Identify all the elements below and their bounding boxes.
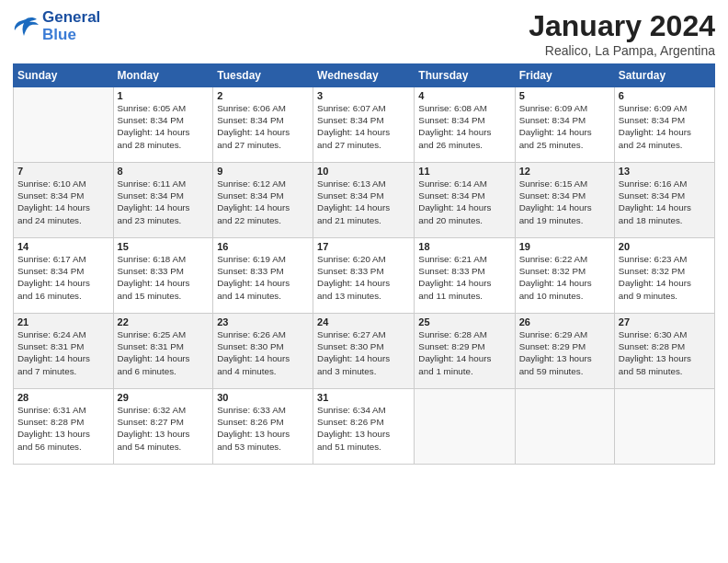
calendar-cell: 23Sunrise: 6:26 AM Sunset: 8:30 PM Dayli…	[213, 314, 313, 389]
weekday-header: Wednesday	[313, 64, 415, 87]
day-number: 19	[519, 241, 610, 252]
calendar: SundayMondayTuesdayWednesdayThursdayFrid…	[13, 63, 715, 465]
calendar-cell: 2Sunrise: 6:06 AM Sunset: 8:34 PM Daylig…	[213, 87, 313, 163]
day-number: 6	[619, 90, 711, 101]
title-block: January 2024 Realico, La Pampa, Argentin…	[529, 9, 715, 58]
subtitle: Realico, La Pampa, Argentina	[529, 43, 715, 58]
calendar-cell: 21Sunrise: 6:24 AM Sunset: 8:31 PM Dayli…	[14, 314, 114, 389]
day-number: 16	[217, 241, 309, 252]
day-info: Sunrise: 6:09 AM Sunset: 8:34 PM Dayligh…	[519, 102, 610, 151]
day-number: 11	[418, 166, 510, 177]
day-info: Sunrise: 6:22 AM Sunset: 8:32 PM Dayligh…	[519, 253, 610, 302]
day-info: Sunrise: 6:16 AM Sunset: 8:34 PM Dayligh…	[619, 178, 711, 226]
calendar-cell: 24Sunrise: 6:27 AM Sunset: 8:30 PM Dayli…	[313, 314, 415, 389]
day-info: Sunrise: 6:25 AM Sunset: 8:31 PM Dayligh…	[118, 328, 210, 377]
day-info: Sunrise: 6:11 AM Sunset: 8:34 PM Dayligh…	[118, 178, 210, 226]
weekday-header-row: SundayMondayTuesdayWednesdayThursdayFrid…	[14, 64, 715, 87]
day-info: Sunrise: 6:31 AM Sunset: 8:28 PM Dayligh…	[17, 404, 109, 453]
logo-icon	[13, 16, 39, 38]
calendar-week-row: 28Sunrise: 6:31 AM Sunset: 8:28 PM Dayli…	[14, 389, 715, 465]
day-number: 18	[418, 241, 510, 252]
day-number: 14	[17, 241, 109, 252]
day-info: Sunrise: 6:15 AM Sunset: 8:34 PM Dayligh…	[519, 178, 610, 226]
day-number: 30	[217, 392, 309, 403]
day-info: Sunrise: 6:28 AM Sunset: 8:29 PM Dayligh…	[418, 328, 510, 377]
calendar-cell: 31Sunrise: 6:34 AM Sunset: 8:26 PM Dayli…	[313, 389, 415, 465]
calendar-cell: 19Sunrise: 6:22 AM Sunset: 8:32 PM Dayli…	[515, 238, 614, 314]
calendar-cell: 9Sunrise: 6:12 AM Sunset: 8:34 PM Daylig…	[213, 163, 313, 238]
day-number: 28	[17, 392, 109, 403]
calendar-cell: 17Sunrise: 6:20 AM Sunset: 8:33 PM Dayli…	[313, 238, 415, 314]
day-info: Sunrise: 6:32 AM Sunset: 8:27 PM Dayligh…	[118, 404, 210, 453]
day-number: 23	[217, 316, 309, 327]
calendar-cell: 6Sunrise: 6:09 AM Sunset: 8:34 PM Daylig…	[614, 87, 714, 163]
calendar-cell: 14Sunrise: 6:17 AM Sunset: 8:34 PM Dayli…	[14, 238, 114, 314]
calendar-cell: 10Sunrise: 6:13 AM Sunset: 8:34 PM Dayli…	[313, 163, 415, 238]
calendar-cell: 4Sunrise: 6:08 AM Sunset: 8:34 PM Daylig…	[415, 87, 515, 163]
header: General Blue January 2024 Realico, La Pa…	[13, 9, 715, 58]
main-title: January 2024	[529, 9, 715, 43]
day-info: Sunrise: 6:13 AM Sunset: 8:34 PM Dayligh…	[317, 178, 410, 226]
day-info: Sunrise: 6:12 AM Sunset: 8:34 PM Dayligh…	[217, 178, 309, 226]
calendar-cell: 29Sunrise: 6:32 AM Sunset: 8:27 PM Dayli…	[113, 389, 213, 465]
day-number: 10	[317, 166, 410, 177]
logo: General Blue	[13, 9, 100, 43]
calendar-cell: 13Sunrise: 6:16 AM Sunset: 8:34 PM Dayli…	[614, 163, 714, 238]
day-info: Sunrise: 6:26 AM Sunset: 8:30 PM Dayligh…	[217, 328, 309, 377]
day-info: Sunrise: 6:24 AM Sunset: 8:31 PM Dayligh…	[17, 328, 109, 377]
day-number: 9	[217, 166, 309, 177]
weekday-header: Friday	[515, 64, 614, 87]
calendar-cell: 30Sunrise: 6:33 AM Sunset: 8:26 PM Dayli…	[213, 389, 313, 465]
weekday-header: Thursday	[415, 64, 515, 87]
day-info: Sunrise: 6:34 AM Sunset: 8:26 PM Dayligh…	[317, 404, 410, 453]
page: General Blue January 2024 Realico, La Pa…	[0, 0, 728, 563]
day-number: 2	[217, 90, 309, 101]
day-number: 8	[118, 166, 210, 177]
calendar-cell: 28Sunrise: 6:31 AM Sunset: 8:28 PM Dayli…	[14, 389, 114, 465]
calendar-cell: 8Sunrise: 6:11 AM Sunset: 8:34 PM Daylig…	[113, 163, 213, 238]
logo-line2: Blue	[42, 27, 100, 44]
day-number: 12	[519, 166, 610, 177]
calendar-cell	[415, 389, 515, 465]
day-info: Sunrise: 6:14 AM Sunset: 8:34 PM Dayligh…	[418, 178, 510, 226]
calendar-cell: 3Sunrise: 6:07 AM Sunset: 8:34 PM Daylig…	[313, 87, 415, 163]
day-info: Sunrise: 6:10 AM Sunset: 8:34 PM Dayligh…	[17, 178, 109, 226]
day-info: Sunrise: 6:17 AM Sunset: 8:34 PM Dayligh…	[17, 253, 109, 302]
day-number: 5	[519, 90, 610, 101]
weekday-header: Sunday	[14, 64, 114, 87]
day-number: 3	[317, 90, 410, 101]
calendar-week-row: 1Sunrise: 6:05 AM Sunset: 8:34 PM Daylig…	[14, 87, 715, 163]
day-info: Sunrise: 6:21 AM Sunset: 8:33 PM Dayligh…	[418, 253, 510, 302]
calendar-week-row: 14Sunrise: 6:17 AM Sunset: 8:34 PM Dayli…	[14, 238, 715, 314]
day-number: 26	[519, 316, 610, 327]
calendar-cell	[515, 389, 614, 465]
calendar-cell: 27Sunrise: 6:30 AM Sunset: 8:28 PM Dayli…	[614, 314, 714, 389]
day-number: 21	[17, 316, 109, 327]
calendar-cell: 22Sunrise: 6:25 AM Sunset: 8:31 PM Dayli…	[113, 314, 213, 389]
calendar-cell: 7Sunrise: 6:10 AM Sunset: 8:34 PM Daylig…	[14, 163, 114, 238]
day-number: 25	[418, 316, 510, 327]
day-info: Sunrise: 6:30 AM Sunset: 8:28 PM Dayligh…	[619, 328, 711, 377]
calendar-cell: 1Sunrise: 6:05 AM Sunset: 8:34 PM Daylig…	[113, 87, 213, 163]
day-number: 1	[118, 90, 210, 101]
day-number: 22	[118, 316, 210, 327]
calendar-cell: 16Sunrise: 6:19 AM Sunset: 8:33 PM Dayli…	[213, 238, 313, 314]
day-info: Sunrise: 6:18 AM Sunset: 8:33 PM Dayligh…	[118, 253, 210, 302]
day-number: 20	[619, 241, 711, 252]
day-info: Sunrise: 6:09 AM Sunset: 8:34 PM Dayligh…	[619, 102, 711, 151]
day-number: 24	[317, 316, 410, 327]
calendar-cell	[14, 87, 114, 163]
day-info: Sunrise: 6:06 AM Sunset: 8:34 PM Dayligh…	[217, 102, 309, 151]
calendar-cell: 25Sunrise: 6:28 AM Sunset: 8:29 PM Dayli…	[415, 314, 515, 389]
day-info: Sunrise: 6:20 AM Sunset: 8:33 PM Dayligh…	[317, 253, 410, 302]
calendar-cell: 15Sunrise: 6:18 AM Sunset: 8:33 PM Dayli…	[113, 238, 213, 314]
logo-line1: General	[42, 9, 100, 27]
day-number: 31	[317, 392, 410, 403]
day-info: Sunrise: 6:08 AM Sunset: 8:34 PM Dayligh…	[418, 102, 510, 151]
day-info: Sunrise: 6:29 AM Sunset: 8:29 PM Dayligh…	[519, 328, 610, 377]
calendar-cell: 12Sunrise: 6:15 AM Sunset: 8:34 PM Dayli…	[515, 163, 614, 238]
day-number: 7	[17, 166, 109, 177]
day-info: Sunrise: 6:19 AM Sunset: 8:33 PM Dayligh…	[217, 253, 309, 302]
day-info: Sunrise: 6:23 AM Sunset: 8:32 PM Dayligh…	[619, 253, 711, 302]
day-number: 17	[317, 241, 410, 252]
